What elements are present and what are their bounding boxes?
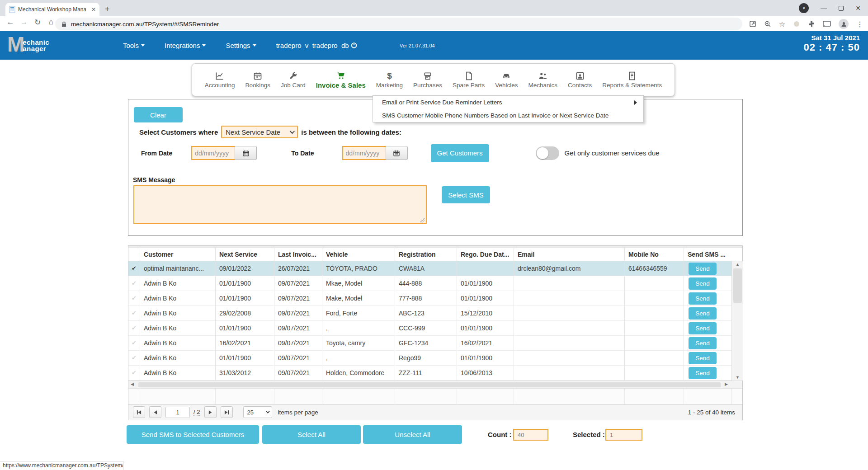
sms-message-textarea[interactable] xyxy=(133,185,427,224)
items-per-page-select[interactable]: 25 xyxy=(243,406,272,418)
zoom-icon[interactable] xyxy=(764,20,771,28)
row-checkbox[interactable]: ✔ xyxy=(128,306,140,320)
row-checkbox[interactable]: ✔ xyxy=(128,351,140,365)
send-button[interactable]: Send xyxy=(689,263,717,275)
menu-item-accounting[interactable]: Accounting xyxy=(205,71,235,89)
table-row[interactable]: ✔ Adwin B Ko 29/02/2008 09/07/2021 Ford,… xyxy=(128,306,742,321)
table-row[interactable]: ✔ Adwin B Ko 01/01/1900 09/07/2021 , CCC… xyxy=(128,321,742,336)
menu-item-contacts[interactable]: Contacts xyxy=(568,71,592,89)
table-row[interactable]: ✔ Adwin B Ko 01/01/1900 09/07/2021 Make,… xyxy=(128,291,742,306)
row-checkbox[interactable]: ✔ xyxy=(128,321,140,335)
from-date-input[interactable] xyxy=(191,146,235,160)
send-button[interactable]: Send xyxy=(689,292,717,305)
extension-dimmed-icon[interactable] xyxy=(793,20,800,28)
selected-input[interactable] xyxy=(605,429,642,441)
forward-icon[interactable]: → xyxy=(18,18,30,27)
window-restore-button[interactable] xyxy=(839,6,844,11)
new-tab-button[interactable]: + xyxy=(105,5,110,14)
profile-avatar-icon[interactable] xyxy=(839,19,849,29)
row-checkbox[interactable]: ✔ xyxy=(128,366,140,380)
vertical-scroll-thumb[interactable] xyxy=(733,268,742,303)
first-page-button[interactable] xyxy=(133,406,145,418)
select-sms-button[interactable]: Select SMS xyxy=(442,186,490,203)
extensions-puzzle-icon[interactable] xyxy=(808,20,815,28)
from-date-calendar-button[interactable] xyxy=(235,146,257,160)
menu-option-email-print-reminders[interactable]: Email or Print Service Due Reminder Lett… xyxy=(373,96,643,109)
bookmark-star-icon[interactable]: ☆ xyxy=(779,20,785,28)
horizontal-scroll-thumb[interactable] xyxy=(138,382,721,387)
menu-item-vehicles[interactable]: Vehicles xyxy=(495,71,518,89)
menu-item-spare-parts[interactable]: Spare Parts xyxy=(453,71,485,89)
send-button[interactable]: Send xyxy=(689,277,717,290)
app-logo[interactable]: M echanic anager xyxy=(7,34,49,55)
menu-option-sms-customers[interactable]: SMS Customer Mobile Phone Numbers Based … xyxy=(373,109,643,122)
menu-item-marketing[interactable]: $ Marketing xyxy=(376,71,403,89)
row-checkbox[interactable]: ✔ xyxy=(128,276,140,291)
header-next-service[interactable]: Next Service xyxy=(216,248,274,261)
table-row[interactable]: ✔ Adwin B Ko 16/02/2021 09/07/2021 Toyot… xyxy=(128,336,742,351)
services-due-toggle[interactable] xyxy=(536,146,559,160)
header-email[interactable]: Email xyxy=(514,248,625,261)
scroll-up-icon[interactable]: ▲ xyxy=(732,262,743,267)
nav-database[interactable]: tradepro_v_tradepro_db⏻ xyxy=(276,42,357,50)
scroll-down-icon[interactable]: ▼ xyxy=(732,375,743,380)
to-date-input[interactable] xyxy=(342,146,386,160)
tab-search-icon[interactable]: ▾ xyxy=(799,3,809,13)
header-registration[interactable]: Registration xyxy=(395,248,457,261)
back-icon[interactable]: ← xyxy=(5,18,16,27)
get-customers-button[interactable]: Get Customers xyxy=(431,144,489,162)
row-checkbox[interactable]: ✔ xyxy=(128,336,140,350)
reload-icon[interactable]: ↻ xyxy=(32,18,43,27)
clear-button[interactable]: Clear xyxy=(134,107,183,122)
header-vehicle[interactable]: Vehicle xyxy=(322,248,395,261)
next-page-button[interactable] xyxy=(204,406,217,418)
header-customer[interactable]: Customer xyxy=(140,248,216,261)
table-row[interactable]: ✔ Adwin B Ko 01/01/1900 09/07/2021 Mkae,… xyxy=(128,276,742,291)
send-button[interactable]: Send xyxy=(689,367,717,379)
row-checkbox[interactable]: ✔ xyxy=(128,291,140,306)
address-bar[interactable]: mechanicmanager.com.au/TPSystem/#/SMSRem… xyxy=(55,18,742,30)
table-row[interactable]: ✔ optimal maintananc... 09/01/2022 26/07… xyxy=(128,261,742,276)
select-all-button[interactable]: Select All xyxy=(262,425,361,444)
table-row[interactable]: ✔ Adwin B Ko 31/03/2012 09/07/2021 Holde… xyxy=(128,366,742,381)
nav-settings[interactable]: Settings xyxy=(226,42,256,49)
scroll-right-icon[interactable]: ▶ xyxy=(725,382,728,386)
menu-item-reports-statements[interactable]: Reports & Statements xyxy=(602,71,662,89)
cast-icon[interactable] xyxy=(823,21,831,28)
page-number-input[interactable] xyxy=(165,407,190,418)
unselect-all-button[interactable]: Unselect All xyxy=(363,425,462,444)
kebab-menu-icon[interactable]: ⋮ xyxy=(856,20,863,28)
field-select[interactable]: Next Service Date xyxy=(221,126,298,138)
last-page-button[interactable] xyxy=(221,406,233,418)
textarea-resize-handle-icon[interactable] xyxy=(420,218,425,222)
send-sms-selected-button[interactable]: Send SMS to Selected Customers xyxy=(127,425,259,444)
header-last-invoice[interactable]: Last Invoic... xyxy=(274,248,322,261)
send-button[interactable]: Send xyxy=(689,352,717,364)
menu-item-invoice-sales[interactable]: Invoice & Sales xyxy=(316,71,366,89)
window-close-button[interactable]: ✕ xyxy=(855,5,861,12)
vertical-scrollbar[interactable]: ▲ ▼ xyxy=(731,261,743,381)
to-date-calendar-button[interactable] xyxy=(386,146,408,160)
header-rego-due[interactable]: Rego. Due Dat... xyxy=(457,248,514,261)
previous-page-button[interactable] xyxy=(149,406,161,418)
menu-item-bookings[interactable]: Bookings xyxy=(245,71,270,89)
scroll-left-icon[interactable]: ◀ xyxy=(131,382,134,386)
power-icon[interactable]: ⏻ xyxy=(351,42,357,50)
browser-tab[interactable]: Mechanical Workshop Managem ✕ xyxy=(5,3,99,16)
tab-close-icon[interactable]: ✕ xyxy=(91,6,96,13)
nav-tools[interactable]: Tools xyxy=(123,42,145,49)
header-send-sms[interactable]: Send SMS ... xyxy=(684,248,732,261)
horizontal-scrollbar[interactable]: ◀ ▶ xyxy=(128,381,742,388)
nav-integrations[interactable]: Integrations xyxy=(165,42,206,49)
send-button[interactable]: Send xyxy=(689,322,717,334)
send-button[interactable]: Send xyxy=(689,337,717,349)
header-mobile[interactable]: Mobile No xyxy=(625,248,684,261)
share-icon[interactable] xyxy=(749,20,756,28)
menu-item-purchases[interactable]: Purchases xyxy=(413,71,442,89)
row-checkbox[interactable]: ✔ xyxy=(128,261,140,276)
window-minimize-button[interactable]: — xyxy=(821,5,827,12)
table-row[interactable]: ✔ Adwin B Ko 01/01/1900 09/07/2021 , Reg… xyxy=(128,351,742,366)
count-input[interactable] xyxy=(513,429,548,441)
send-button[interactable]: Send xyxy=(689,307,717,320)
menu-item-mechanics[interactable]: Mechanics xyxy=(528,71,557,89)
